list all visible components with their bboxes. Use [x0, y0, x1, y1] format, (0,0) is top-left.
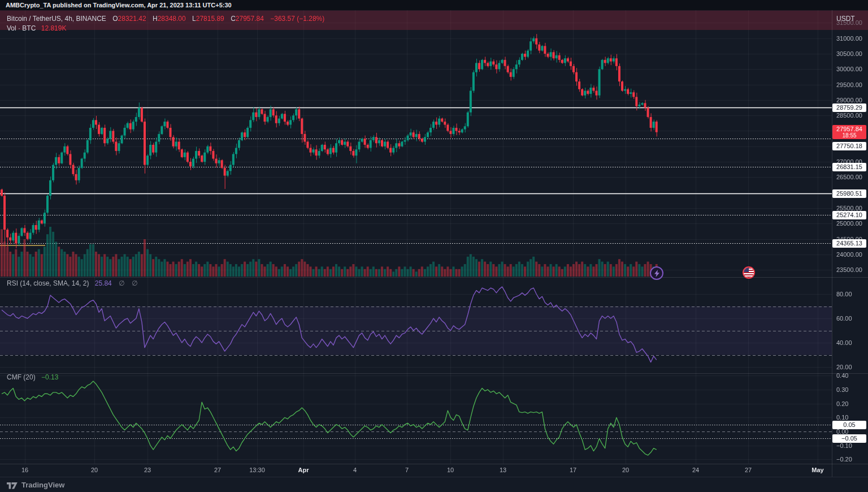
symbol-legend: Bitcoin / TetherUS, 4h, BINANCE O28321.4…	[7, 15, 324, 23]
price-grid-label: 23500.00	[836, 266, 868, 274]
price-grid-label: 29000.00	[836, 96, 868, 104]
price-grid-label: 25000.00	[836, 219, 868, 227]
tradingview-logo-icon[interactable]	[7, 481, 18, 489]
flash-event-icon[interactable]	[650, 266, 663, 280]
last-price-label: 27957.8418:55	[832, 125, 866, 139]
open-label: O	[112, 15, 118, 23]
time-axis-label: 10	[439, 467, 462, 473]
price-grid-label: 31000.00	[836, 34, 868, 42]
volume-value: 12.819K	[41, 24, 67, 32]
price-grid-label: 30500.00	[836, 50, 868, 58]
time-axis-label: 20	[83, 467, 106, 473]
time-axis-label: 17	[562, 467, 584, 473]
us-flag-event-icon[interactable]	[743, 266, 755, 279]
price-chart-canvas[interactable]	[0, 0, 868, 492]
rsi-grid-label: 20.00	[836, 363, 868, 371]
close-value: 27957.84	[236, 15, 264, 23]
time-axis-label: 13	[492, 467, 514, 473]
time-axis-label: 27	[206, 467, 229, 473]
cmf-level-label: 0.05	[832, 421, 866, 429]
time-axis-label: 23	[136, 467, 159, 473]
time-axis-label: Apr	[292, 467, 315, 473]
open-value: 28321.42	[118, 15, 146, 23]
time-axis-label: 20	[614, 467, 637, 473]
low-value: 27815.89	[196, 15, 224, 23]
price-grid-label: 29500.00	[836, 81, 868, 89]
price-grid-label: 28500.00	[836, 111, 868, 119]
countdown-timer: 18:55	[832, 132, 866, 139]
cmf-title: CMF (20)	[7, 373, 36, 381]
cmf-grid-label: 0.30	[836, 386, 868, 394]
price-axis[interactable]: USDT 31500.0031000.0030500.0030000.00295…	[832, 0, 868, 477]
volume-legend: Vol · BTC 12.819K	[7, 24, 66, 32]
time-axis[interactable]: 1620232713:30Apr47101317202427May	[0, 464, 832, 477]
rsi-empty-icon: ∅	[132, 279, 137, 287]
time-axis-label: 7	[396, 467, 418, 473]
rsi-title: RSI (14, close, SMA, 14, 2)	[7, 279, 89, 287]
publish-banner-text: AMBCrypto_TA published on TradingView.co…	[6, 2, 232, 8]
price-level-label: 28759.29	[832, 103, 866, 112]
rsi-grid-label: 80.00	[836, 290, 868, 298]
cmf-value: −0.13	[41, 373, 58, 381]
publish-banner: AMBCrypto_TA published on TradingView.co…	[0, 0, 868, 10]
volume-label: Vol · BTC	[7, 24, 36, 32]
price-level-label: 24365.13	[832, 239, 866, 248]
rsi-grid-label: 40.00	[836, 339, 868, 347]
cmf-grid-label: 0.40	[836, 372, 868, 379]
cmf-grid-label: −0.20	[836, 455, 868, 463]
rsi-value: 25.84	[95, 279, 112, 287]
time-axis-label: 13:30	[246, 467, 268, 473]
cmf-legend: CMF (20) −0.13	[7, 373, 58, 381]
tradingview-brand[interactable]: TradingView	[21, 481, 64, 489]
rsi-legend: RSI (14, close, SMA, 14, 2) 25.84 ∅ ∅	[7, 279, 137, 287]
cmf-level-label: −0.05	[832, 434, 866, 443]
last-price-value: 27957.84	[832, 126, 866, 132]
cmf-grid-label: 0.20	[836, 400, 868, 408]
high-value: 28348.00	[158, 15, 186, 23]
rsi-empty-icon: ∅	[119, 279, 124, 287]
footer: TradingView	[0, 477, 868, 492]
time-axis-label: 4	[344, 467, 366, 473]
price-level-label: 25274.10	[832, 211, 866, 219]
high-label: H	[153, 15, 158, 23]
price-grid-label: 31500.00	[836, 19, 868, 27]
low-label: L	[192, 15, 196, 23]
price-level-label: 26831.15	[832, 163, 866, 171]
time-axis-label: May	[806, 467, 829, 473]
price-grid-label: 30000.00	[836, 65, 868, 73]
time-axis-label: 16	[14, 467, 36, 473]
price-level-label: 27750.18	[832, 142, 866, 150]
rsi-grid-label: 60.00	[836, 314, 868, 322]
price-grid-label: 24000.00	[836, 251, 868, 258]
symbol-title: Bitcoin / TetherUS, 4h, BINANCE	[7, 15, 106, 23]
change-value: −363.57 (−1.28%)	[270, 15, 324, 23]
time-axis-label: 27	[737, 467, 760, 473]
time-axis-label: 24	[684, 467, 707, 473]
close-label: C	[231, 15, 236, 23]
price-grid-label: 26500.00	[836, 173, 868, 181]
price-level-label: 25980.51	[832, 189, 866, 198]
